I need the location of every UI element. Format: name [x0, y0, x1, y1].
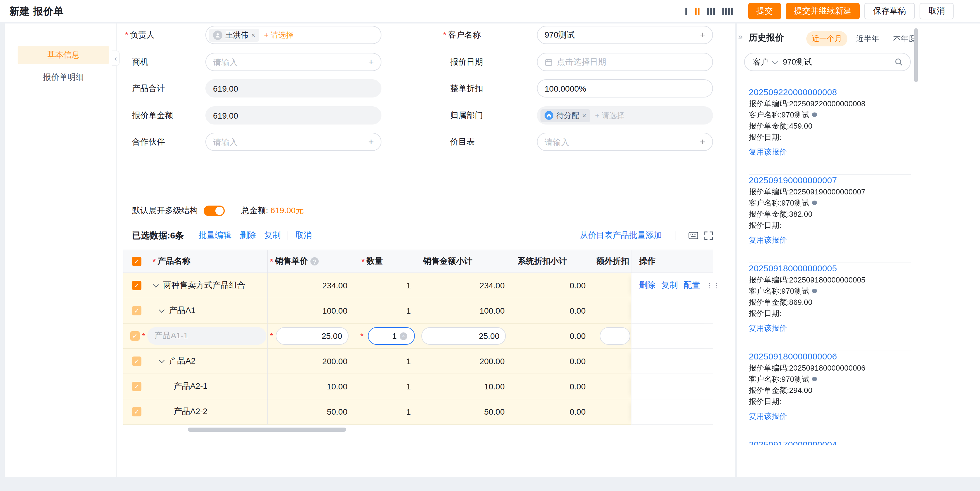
product-total-value: 619.00 [213, 84, 238, 93]
quote-id-link[interactable]: 202509190000000007 [749, 175, 911, 185]
department-label: 归属部门 [450, 106, 483, 124]
tab-half-year[interactable]: 近半年 [851, 31, 885, 46]
history-scrollbar[interactable] [914, 28, 918, 82]
price-input[interactable] [283, 331, 342, 341]
panel-collapse-icon[interactable]: » [738, 32, 743, 41]
shortcut-keyboard-icon[interactable] [688, 231, 698, 240]
wecom-icon [811, 112, 818, 119]
extra-discount-input[interactable] [606, 331, 624, 341]
add-price-list-icon[interactable]: + [700, 137, 705, 147]
history-card: 202509190000000007 报价单编码: 20250919000000… [749, 175, 911, 263]
fullscreen-icon[interactable] [704, 231, 713, 240]
layout-toggle-3-icon[interactable] [707, 6, 715, 16]
add-customer-icon[interactable]: + [700, 30, 705, 40]
row-config-link[interactable]: 配置 [684, 280, 700, 291]
quote-date-field[interactable]: 点击选择日期 [537, 53, 713, 71]
product-name-cell: ✓ * 产品A1-1 [123, 324, 267, 349]
drag-handle-icon[interactable]: ⋮⋮ [706, 281, 720, 290]
reuse-quote-link[interactable]: 复用该报价 [749, 323, 787, 333]
partner-label: 合作伙伴 [132, 133, 165, 151]
operations-cell: 删除 复制 配置 ⋮⋮ [631, 273, 713, 298]
sidebar-divider [116, 24, 117, 477]
layout-toggle-4-icon[interactable] [722, 6, 733, 16]
divider [191, 231, 192, 240]
remove-department-icon[interactable]: × [582, 112, 586, 119]
row-checkbox[interactable]: ✓ [132, 407, 142, 416]
reuse-quote-link[interactable]: 复用该报价 [749, 235, 787, 246]
price-list-input[interactable] [544, 137, 700, 147]
layout-toggle-2-icon[interactable] [695, 6, 700, 16]
order-discount-input[interactable] [544, 84, 705, 93]
sidebar-collapse-icon[interactable]: ‹ [112, 51, 120, 66]
batch-edit-link[interactable]: 批量编辑 [199, 230, 232, 241]
header-operations: 操作 [631, 250, 713, 273]
tab-last-month[interactable]: 近一个月 [806, 31, 847, 46]
amount-cell [415, 324, 506, 349]
sys-discount-cell: 0.00 [506, 374, 587, 399]
row-checkbox[interactable]: ✓ [130, 331, 140, 341]
reuse-quote-link[interactable]: 复用该报价 [749, 147, 787, 158]
collapse-caret-icon[interactable] [159, 357, 165, 363]
row-checkbox[interactable]: ✓ [132, 357, 142, 366]
quote-id-link[interactable]: 202509180000000006 [749, 351, 911, 361]
required-mark: * [270, 331, 273, 341]
batch-delete-link[interactable]: 删除 [240, 230, 256, 241]
batch-add-from-price-list-link[interactable]: 从价目表产品批量添加 [580, 230, 662, 241]
required-mark: * [443, 30, 446, 39]
help-icon[interactable]: ? [311, 257, 319, 265]
select-all-checkbox[interactable]: ✓ [132, 257, 142, 266]
quote-id-link[interactable]: 202509220000000008 [749, 87, 911, 97]
owner-select-hint[interactable]: + 请选择 [264, 30, 293, 40]
qty-cell: * × [348, 324, 415, 349]
add-opportunity-icon[interactable]: + [368, 57, 374, 67]
cancel-selection-link[interactable]: 取消 [296, 230, 312, 241]
header-amount: 销售金额小计 [415, 250, 506, 273]
owner-field[interactable]: 王洪伟 × + 请选择 [205, 26, 382, 44]
add-partner-icon[interactable]: + [368, 137, 374, 147]
quote-amount-field: 619.00 [205, 106, 382, 124]
history-card: 202509180000000006 报价单编码: 20250918000000… [749, 351, 911, 439]
row-checkbox[interactable]: ✓ [132, 306, 142, 316]
quote-id-link[interactable]: 202509180000000005 [749, 263, 911, 273]
table-horizontal-scrollbar[interactable] [188, 427, 346, 432]
cancel-button[interactable]: 取消 [920, 3, 954, 19]
table-row: ✓ 产品A2-1 10.00 1 10.00 0.00 [123, 374, 713, 399]
submit-button[interactable]: 提交 [748, 3, 781, 19]
sidebar-item-basic-info[interactable]: 基本信息 [18, 46, 109, 64]
price-cell: 200.00 [267, 349, 348, 374]
submit-and-new-button[interactable]: 提交并继续新建 [786, 3, 860, 19]
row-checkbox[interactable]: ✓ [132, 382, 142, 391]
quote-amount-line: 报价单金额: 294.00 [749, 386, 911, 395]
operations-cell [631, 374, 713, 399]
collapse-caret-icon[interactable] [153, 281, 159, 287]
filter-field-dropdown[interactable]: 客户 [745, 57, 783, 67]
save-draft-button[interactable]: 保存草稿 [864, 3, 915, 19]
quote-id-link[interactable]: 202509170000000004 [749, 439, 911, 445]
product-total-label: 产品合计 [132, 79, 165, 97]
row-delete-link[interactable]: 删除 [639, 280, 655, 291]
partner-input[interactable] [213, 137, 368, 147]
clear-icon[interactable]: × [399, 332, 407, 340]
customer-name-input[interactable] [544, 30, 700, 40]
product-table: ✓ *产品名称 *销售单价? *数量 销售金额小计 系统折扣小计 额外折扣 操作… [123, 250, 713, 425]
expand-toggle[interactable] [204, 206, 225, 216]
history-search-input[interactable] [783, 58, 894, 67]
amount-input[interactable] [428, 331, 500, 341]
remove-owner-icon[interactable]: × [251, 32, 255, 38]
sidebar-item-quote-detail[interactable]: 报价单明细 [18, 68, 109, 86]
product-name-input[interactable]: 产品A1-1 [147, 327, 266, 345]
qty-input[interactable] [373, 331, 397, 341]
row-copy-link[interactable]: 复制 [661, 280, 678, 291]
quotation-form-panel: 基本信息 报价单明细 ‹ *负责人 王洪伟 × + 请选择 *客户名称 + 商机… [5, 24, 735, 477]
expand-toggle-label: 默认展开多级结构 [132, 206, 198, 216]
layout-toggle-1-icon[interactable] [686, 6, 687, 16]
search-icon[interactable] [894, 57, 903, 66]
collapse-caret-icon[interactable] [159, 306, 165, 312]
history-tabs: 近一个月 近半年 本年度 [806, 31, 921, 46]
batch-copy-link[interactable]: 复制 [264, 230, 281, 241]
reuse-quote-link[interactable]: 复用该报价 [749, 411, 787, 422]
header-sys-discount: 系统折扣小计 [506, 250, 587, 273]
opportunity-input[interactable] [213, 57, 368, 67]
required-mark: * [142, 331, 145, 341]
row-checkbox[interactable]: ✓ [132, 281, 142, 290]
